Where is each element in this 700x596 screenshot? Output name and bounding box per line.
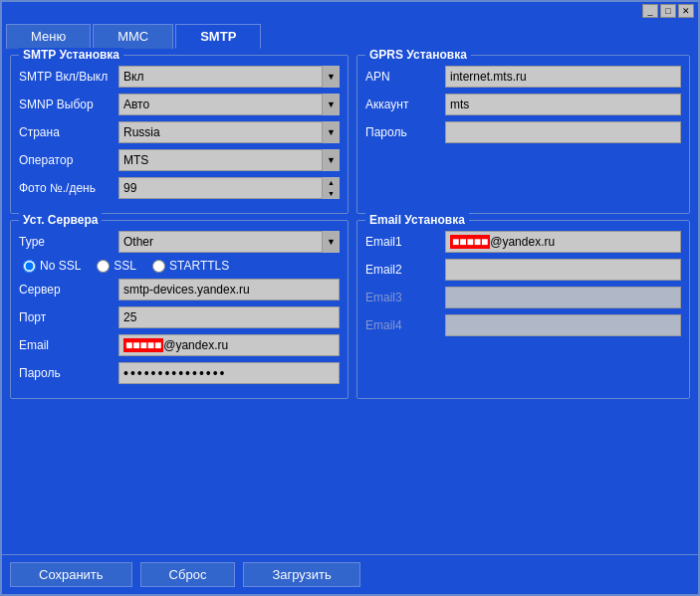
tab-mmc[interactable]: MMC xyxy=(93,24,173,49)
type-row: Type Other Gmail Yahoo ▼ xyxy=(19,231,340,253)
smnp-label: SMNP Выбор xyxy=(19,98,118,111)
server-password-input[interactable] xyxy=(118,362,340,384)
starttls-radio[interactable] xyxy=(152,260,165,273)
email-panel: Email Установка Email1 ■■■■■@yandex.ru E… xyxy=(356,220,690,399)
email1-label: Email1 xyxy=(365,235,445,249)
tab-bar: Меню MMC SMTP xyxy=(2,20,698,49)
account-row: Аккаунт xyxy=(365,94,681,115)
port-row: Порт xyxy=(19,306,340,328)
ssl-radio-group: No SSL SSL STARTTLS xyxy=(19,259,340,273)
smnp-wrapper: Авто ▼ xyxy=(118,94,340,115)
ssl-radio[interactable] xyxy=(97,260,110,273)
gprs-panel-title: GPRS Установка xyxy=(365,48,471,62)
country-select[interactable]: Russia xyxy=(118,121,340,143)
account-input[interactable] xyxy=(445,94,681,115)
starttls-label: STARTTLS xyxy=(169,259,229,273)
photo-spinner-input[interactable] xyxy=(118,177,340,199)
email3-row: Email3 xyxy=(365,287,681,308)
apn-row: APN xyxy=(365,66,681,88)
port-input[interactable] xyxy=(118,306,340,328)
title-controls: _ □ ✕ xyxy=(642,4,694,18)
email4-row: Email4 xyxy=(365,314,681,336)
email-panel-title: Email Установка xyxy=(365,213,469,227)
smtp-panel-title: SMTP Установка xyxy=(19,48,123,62)
server-panel: Уст. Сервера Type Other Gmail Yahoo ▼ xyxy=(10,220,349,399)
photo-spinner-up[interactable]: ▲ xyxy=(323,177,340,188)
server-panel-title: Уст. Сервера xyxy=(19,213,102,227)
load-button[interactable]: Загрузить xyxy=(243,562,359,587)
ssl-label: SSL xyxy=(114,259,136,273)
smtp-onoff-wrapper: Вкл Выкл ▼ xyxy=(118,66,340,88)
gprs-panel: GPRS Установка APN Аккаунт Пароль xyxy=(356,55,690,214)
server-row: Сервер xyxy=(19,279,340,300)
email1-row: Email1 ■■■■■@yandex.ru xyxy=(365,231,681,253)
photo-row: Фото №./день ▲ ▼ xyxy=(19,177,340,199)
main-content: SMTP Установка SMTP Вкл/Выкл Вкл Выкл ▼ … xyxy=(2,49,698,405)
apn-input[interactable] xyxy=(445,66,681,88)
starttls-radio-item[interactable]: STARTTLS xyxy=(152,259,229,273)
tab-menu[interactable]: Меню xyxy=(6,24,91,49)
photo-spinner-down[interactable]: ▼ xyxy=(323,188,340,199)
ssl-radio-item[interactable]: SSL xyxy=(97,259,136,273)
email4-input xyxy=(445,314,681,336)
bottom-panels: Уст. Сервера Type Other Gmail Yahoo ▼ xyxy=(10,220,690,399)
type-wrapper: Other Gmail Yahoo ▼ xyxy=(118,231,340,253)
photo-spinner-buttons: ▲ ▼ xyxy=(322,177,340,199)
type-label: Type xyxy=(19,235,118,249)
gprs-password-label: Пароль xyxy=(365,125,445,139)
reset-button[interactable]: Сброс xyxy=(140,562,236,587)
photo-spinner-wrapper: ▲ ▼ xyxy=(118,177,340,199)
maximize-button[interactable]: □ xyxy=(660,4,676,18)
email3-input xyxy=(445,287,681,308)
type-select[interactable]: Other Gmail Yahoo xyxy=(118,231,340,253)
email1-input[interactable]: ■■■■■@yandex.ru xyxy=(445,231,681,253)
operator-row: Оператор MTS ▼ xyxy=(19,149,340,171)
apn-label: APN xyxy=(365,70,445,84)
gprs-password-row: Пароль xyxy=(365,121,681,143)
country-row: Страна Russia ▼ xyxy=(19,121,340,143)
email2-row: Email2 xyxy=(365,259,681,281)
minimize-button[interactable]: _ xyxy=(642,4,658,18)
main-window: _ □ ✕ Меню MMC SMTP SMTP Установка SMTP … xyxy=(0,0,700,596)
server-password-label: Пароль xyxy=(19,366,118,380)
port-label: Порт xyxy=(19,310,118,324)
no-ssl-radio-item[interactable]: No SSL xyxy=(23,259,81,273)
server-email-red-part: ■■■■■ xyxy=(123,338,163,352)
server-email-label: Email xyxy=(19,338,118,352)
tab-smtp[interactable]: SMTP xyxy=(175,24,261,49)
smtp-onoff-select[interactable]: Вкл Выкл xyxy=(118,66,340,88)
email3-label: Email3 xyxy=(365,291,445,304)
email2-label: Email2 xyxy=(365,263,445,277)
smnp-row: SMNP Выбор Авто ▼ xyxy=(19,94,340,115)
country-label: Страна xyxy=(19,125,118,139)
email4-label: Email4 xyxy=(365,318,445,332)
operator-select[interactable]: MTS xyxy=(118,149,340,171)
no-ssl-label: No SSL xyxy=(40,259,81,273)
server-email-input[interactable]: ■■■■■@yandex.ru xyxy=(118,334,340,356)
server-label: Сервер xyxy=(19,283,118,297)
title-bar: _ □ ✕ xyxy=(2,2,698,20)
account-label: Аккаунт xyxy=(365,98,445,111)
operator-label: Оператор xyxy=(19,153,118,167)
server-input[interactable] xyxy=(118,279,340,300)
save-button[interactable]: Сохранить xyxy=(10,562,132,587)
server-password-row: Пароль xyxy=(19,362,340,384)
bottom-bar: Сохранить Сброс Загрузить xyxy=(2,554,698,594)
email1-red-part: ■■■■■ xyxy=(450,235,490,249)
country-wrapper: Russia ▼ xyxy=(118,121,340,143)
photo-label: Фото №./день xyxy=(19,181,118,195)
smtp-panel: SMTP Установка SMTP Вкл/Выкл Вкл Выкл ▼ … xyxy=(10,55,349,214)
top-panels: SMTP Установка SMTP Вкл/Выкл Вкл Выкл ▼ … xyxy=(10,55,690,214)
operator-wrapper: MTS ▼ xyxy=(118,149,340,171)
gprs-password-input[interactable] xyxy=(445,121,681,143)
smtp-onoff-row: SMTP Вкл/Выкл Вкл Выкл ▼ xyxy=(19,66,340,88)
smnp-select[interactable]: Авто xyxy=(118,94,340,115)
no-ssl-radio[interactable] xyxy=(23,260,36,273)
smtp-onoff-label: SMTP Вкл/Выкл xyxy=(19,70,118,84)
email2-input[interactable] xyxy=(445,259,681,281)
server-email-row: Email ■■■■■@yandex.ru xyxy=(19,334,340,356)
close-button[interactable]: ✕ xyxy=(678,4,694,18)
